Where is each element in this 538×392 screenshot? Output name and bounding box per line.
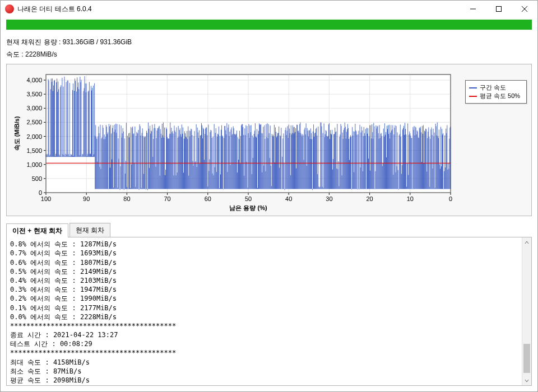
legend-label-interval: 구간 속도 — [480, 83, 506, 92]
filled-label: 현재 채워진 용량 : — [6, 38, 63, 46]
legend-swatch-avg50 — [469, 96, 477, 97]
window-title: 나래온 더티 테스트 6.0.4 — [17, 4, 460, 14]
content-area: 현재 채워진 용량 : 931.36GiB / 931.36GiB 속도 : 2… — [1, 17, 537, 391]
svg-text:2,500: 2,500 — [26, 119, 42, 126]
scrollbar[interactable] — [522, 237, 531, 385]
minimize-button[interactable] — [460, 1, 486, 17]
chart-area: 05001,0001,5002,0002,5003,0003,5004,0001… — [11, 69, 460, 213]
legend-label-avg50: 평균 속도 50% — [480, 92, 520, 100]
tab-current[interactable]: 현재 회차 — [69, 223, 110, 237]
svg-rect-0 — [497, 7, 502, 12]
svg-text:속도 (MiB/s): 속도 (MiB/s) — [13, 116, 20, 151]
chart-legend: 구간 속도 평균 속도 50% — [465, 80, 527, 213]
close-button[interactable] — [512, 1, 537, 17]
titlebar[interactable]: 나래온 더티 테스트 6.0.4 — [1, 1, 537, 17]
svg-text:3,500: 3,500 — [26, 91, 42, 97]
svg-text:30: 30 — [326, 195, 332, 202]
svg-text:60: 60 — [205, 195, 211, 202]
svg-text:70: 70 — [164, 195, 170, 202]
svg-text:100: 100 — [41, 195, 51, 202]
scroll-thumb[interactable] — [523, 344, 530, 374]
scroll-track[interactable] — [522, 247, 531, 376]
log-panel: 0.8% 에서의 속도 : 1287MiB/s 0.7% 에서의 속도 : 16… — [6, 237, 532, 386]
log-text[interactable]: 0.8% 에서의 속도 : 1287MiB/s 0.7% 에서의 속도 : 16… — [7, 237, 522, 385]
legend-item-avg50: 평균 속도 50% — [469, 92, 523, 100]
speed-label: 속도 : — [6, 50, 25, 58]
svg-text:2,000: 2,000 — [26, 133, 42, 140]
legend-swatch-interval — [469, 87, 477, 88]
speed-value: 2228MiB/s — [25, 50, 57, 58]
svg-text:남은 용량 (%): 남은 용량 (%) — [229, 204, 267, 211]
app-icon — [5, 4, 14, 13]
scroll-up-button[interactable] — [522, 237, 531, 247]
svg-text:1,000: 1,000 — [26, 161, 42, 168]
svg-text:10: 10 — [407, 195, 414, 202]
svg-text:3,000: 3,000 — [26, 105, 42, 111]
maximize-button[interactable] — [486, 1, 512, 17]
tab-bar: 이전 + 현재 회차 현재 회차 — [6, 223, 532, 237]
svg-text:500: 500 — [32, 175, 42, 182]
scroll-down-button[interactable] — [522, 376, 531, 385]
progress-bar — [6, 20, 532, 30]
svg-text:50: 50 — [245, 195, 252, 202]
svg-text:4,000: 4,000 — [26, 77, 42, 83]
legend-item-interval: 구간 속도 — [469, 83, 523, 92]
stats-block: 현재 채워진 용량 : 931.36GiB / 931.36GiB 속도 : 2… — [6, 36, 532, 60]
svg-text:1,500: 1,500 — [26, 147, 42, 154]
chart-panel: 05001,0001,5002,0002,5003,0003,5004,0001… — [6, 64, 532, 216]
filled-value: 931.36GiB / 931.36GiB — [63, 38, 132, 46]
svg-text:90: 90 — [83, 195, 90, 202]
svg-text:0: 0 — [449, 195, 452, 202]
window: 나래온 더티 테스트 6.0.4 현재 채워진 용량 : 931.36GiB /… — [0, 0, 538, 392]
svg-text:80: 80 — [123, 195, 130, 202]
tab-prev-current[interactable]: 이전 + 현재 회차 — [6, 223, 68, 237]
svg-text:20: 20 — [366, 195, 373, 202]
speed-chart: 05001,0001,5002,0002,5003,0003,5004,0001… — [11, 69, 454, 212]
svg-text:40: 40 — [285, 195, 292, 202]
